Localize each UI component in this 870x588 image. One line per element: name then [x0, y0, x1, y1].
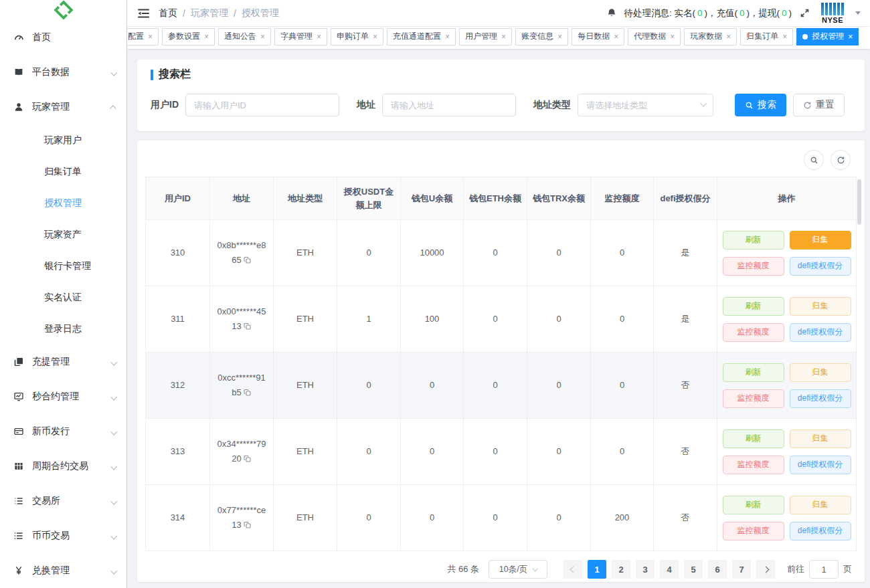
close-icon[interactable]: ×: [782, 33, 787, 41]
sidebar-item-label: 秒合约管理: [32, 391, 79, 403]
address-input[interactable]: [382, 94, 516, 116]
page-7-button[interactable]: 7: [732, 560, 751, 579]
page-4-button[interactable]: 4: [660, 560, 679, 579]
sidebar-item-seconds-contract[interactable]: 秒合约管理: [0, 379, 126, 414]
tab-notice[interactable]: 通知公告×: [218, 28, 271, 45]
collect-button[interactable]: 归集: [790, 496, 851, 514]
tab-authorization-management[interactable]: 授权管理×: [796, 28, 859, 45]
breadcrumb-player-management[interactable]: 玩家管理: [191, 7, 228, 19]
tab-config[interactable]: 配置×: [127, 28, 159, 45]
sidebar-item-coin-trade[interactable]: 币币交易: [0, 518, 126, 553]
close-icon[interactable]: ×: [501, 33, 506, 41]
tab-subscribe-orders[interactable]: 申购订单×: [331, 28, 383, 45]
defi-fake-button[interactable]: defi授权假分: [790, 323, 851, 342]
close-icon[interactable]: ×: [670, 33, 675, 41]
sidebar-item-player-assets[interactable]: 玩家资产: [0, 219, 126, 250]
next-page-button[interactable]: [756, 560, 775, 579]
close-icon[interactable]: ×: [204, 33, 209, 41]
close-icon[interactable]: ×: [726, 33, 731, 41]
close-icon[interactable]: ×: [373, 33, 377, 41]
collect-button[interactable]: 归集: [790, 231, 851, 250]
fullscreen-icon[interactable]: [800, 8, 810, 18]
copy-icon[interactable]: [244, 389, 252, 397]
close-icon[interactable]: ×: [445, 33, 450, 41]
collect-button[interactable]: 归集: [790, 363, 851, 382]
col-monitor-quota: 监控额度: [591, 177, 654, 220]
tab-agent-data[interactable]: 代理数据×: [628, 28, 681, 45]
breadcrumb-home[interactable]: 首页: [159, 7, 177, 19]
table-header-row: 用户ID 地址 地址类型 授权USDT金额上限 钱包U余额 钱包ETH余额 钱包…: [146, 177, 857, 220]
platform-data-icon: [13, 67, 24, 78]
sidebar-item-home[interactable]: 首页: [0, 20, 126, 55]
refresh-row-button[interactable]: 刷新: [723, 363, 784, 382]
goto-suffix: 页: [843, 563, 852, 575]
bell-icon[interactable]: [606, 7, 617, 19]
tab-daily-data[interactable]: 每日数据×: [572, 28, 624, 45]
refresh-row-button[interactable]: 刷新: [723, 297, 784, 316]
copy-icon[interactable]: [244, 455, 252, 463]
close-icon[interactable]: ×: [260, 33, 265, 41]
refresh-row-button[interactable]: 刷新: [723, 429, 784, 448]
page-6-button[interactable]: 6: [708, 560, 727, 579]
defi-fake-button[interactable]: defi授权假分: [790, 257, 851, 276]
monitor-quota-button[interactable]: 监控额度: [723, 389, 784, 408]
close-icon[interactable]: ×: [848, 33, 853, 41]
defi-fake-button[interactable]: defi授权假分: [790, 389, 851, 408]
monitor-quota-button[interactable]: 监控额度: [723, 257, 784, 276]
copy-icon[interactable]: [244, 521, 252, 529]
sidebar-item-collect-orders[interactable]: 归集订单: [0, 156, 126, 187]
sidebar-item-bank-card-management[interactable]: 银行卡管理: [0, 250, 126, 282]
account-dropdown-caret[interactable]: [855, 11, 861, 15]
refresh-row-button[interactable]: 刷新: [723, 496, 784, 514]
sidebar-item-player-management[interactable]: 玩家管理: [0, 90, 126, 124]
sidebar-fold-icon[interactable]: [138, 9, 149, 18]
account-logo[interactable]: NYSE: [818, 3, 847, 24]
close-icon[interactable]: ×: [317, 33, 321, 41]
close-icon[interactable]: ×: [557, 33, 562, 41]
collect-button[interactable]: 归集: [790, 429, 851, 448]
defi-fake-button[interactable]: defi授权假分: [790, 522, 851, 541]
page-size-select[interactable]: 10条/页: [489, 560, 547, 579]
copy-icon[interactable]: [244, 256, 252, 264]
tab-player-data[interactable]: 玩家数据×: [684, 28, 737, 45]
page-5-button[interactable]: 5: [684, 560, 703, 579]
sidebar-item-authorization-management[interactable]: 授权管理: [0, 187, 126, 219]
reset-button[interactable]: 重置: [793, 94, 845, 116]
sidebar-item-platform-data[interactable]: 平台数据: [0, 55, 126, 90]
monitor-quota-button[interactable]: 监控额度: [723, 323, 784, 342]
sidebar-item-real-name-auth[interactable]: 实名认证: [0, 282, 126, 313]
tab-account-changes[interactable]: 账变信息×: [515, 28, 568, 45]
tab-dictionary[interactable]: 字典管理×: [274, 28, 327, 45]
sidebar-item-swap-management[interactable]: 兑换管理: [0, 553, 126, 588]
defi-fake-button[interactable]: defi授权假分: [790, 456, 851, 474]
tab-param-settings[interactable]: 参数设置×: [162, 28, 215, 45]
page-3-button[interactable]: 3: [636, 560, 655, 579]
prev-page-button[interactable]: [563, 560, 582, 579]
sidebar-item-exchange[interactable]: 交易所: [0, 484, 126, 518]
sidebar-item-new-coin-issue[interactable]: 新币发行: [0, 414, 126, 449]
tab-collect-orders[interactable]: 归集订单×: [740, 28, 793, 45]
collect-button[interactable]: 归集: [790, 297, 851, 316]
user-id-input[interactable]: [185, 94, 339, 116]
search-button[interactable]: 搜索: [735, 94, 786, 116]
sidebar-item-login-logs[interactable]: 登录日志: [0, 313, 126, 345]
page-1-button[interactable]: 1: [588, 560, 606, 579]
sidebar-item-deposit-withdraw[interactable]: 充提管理: [0, 345, 126, 379]
monitor-quota-button[interactable]: 监控额度: [723, 456, 784, 474]
page-2-button[interactable]: 2: [612, 560, 630, 579]
refresh-table-button[interactable]: [831, 150, 851, 170]
tab-recharge-channel[interactable]: 充值通道配置×: [387, 28, 456, 45]
show-search-toggle-button[interactable]: [804, 150, 824, 170]
table-row: 313 0x34******7920 ETH 0 0 0 0 0 否 刷新 归集: [146, 419, 857, 485]
copy-icon[interactable]: [244, 322, 252, 330]
tab-user-management[interactable]: 用户管理×: [459, 28, 512, 45]
refresh-row-button[interactable]: 刷新: [723, 231, 784, 250]
address-type-select[interactable]: [578, 94, 713, 116]
sidebar-item-player-users[interactable]: 玩家用户: [0, 124, 126, 156]
close-icon[interactable]: ×: [614, 33, 618, 41]
monitor-quota-button[interactable]: 监控额度: [723, 522, 784, 541]
close-icon[interactable]: ×: [148, 33, 153, 41]
sidebar-item-cycle-contract-trade[interactable]: 周期合约交易: [0, 449, 126, 484]
goto-page-input[interactable]: [809, 560, 839, 579]
table-scrollbar-thumb[interactable]: [857, 179, 861, 225]
